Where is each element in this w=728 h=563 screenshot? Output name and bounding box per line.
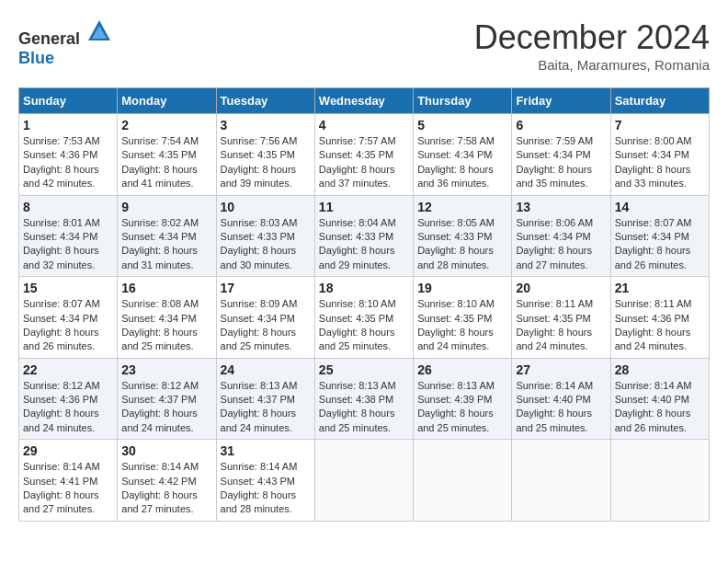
- day-number: 24: [221, 362, 311, 377]
- calendar-cell: [314, 440, 413, 522]
- calendar-cell: 12 Sunrise: 8:05 AMSunset: 4:33 PMDaylig…: [414, 195, 512, 277]
- calendar-table: SundayMondayTuesdayWednesdayThursdayFrid…: [18, 87, 710, 522]
- calendar-cell: 22 Sunrise: 8:12 AMSunset: 4:36 PMDaylig…: [19, 358, 118, 440]
- calendar-cell: 14 Sunrise: 8:07 AMSunset: 4:34 PMDaylig…: [610, 195, 709, 277]
- col-header-wednesday: Wednesday: [314, 88, 413, 114]
- calendar-cell: 30 Sunrise: 8:14 AMSunset: 4:42 PMDaylig…: [118, 440, 216, 522]
- month-title: December 2024: [474, 18, 710, 57]
- cell-content: Sunrise: 8:11 AMSunset: 4:35 PMDaylight:…: [516, 298, 593, 351]
- cell-content: Sunrise: 8:04 AMSunset: 4:33 PMDaylight:…: [319, 217, 396, 270]
- cell-content: Sunrise: 8:14 AMSunset: 4:43 PMDaylight:…: [221, 461, 298, 514]
- calendar-cell: 2 Sunrise: 7:54 AMSunset: 4:35 PMDayligh…: [118, 114, 216, 196]
- day-number: 1: [23, 118, 113, 132]
- location-title: Baita, Maramures, Romania: [474, 57, 710, 73]
- calendar-cell: 7 Sunrise: 8:00 AMSunset: 4:34 PMDayligh…: [610, 114, 709, 196]
- calendar-cell: 29 Sunrise: 8:14 AMSunset: 4:41 PMDaylig…: [19, 440, 118, 522]
- cell-content: Sunrise: 7:59 AMSunset: 4:34 PMDaylight:…: [516, 135, 593, 189]
- day-number: 13: [516, 200, 606, 214]
- calendar-cell: 21 Sunrise: 8:11 AMSunset: 4:36 PMDaylig…: [610, 277, 709, 359]
- cell-content: Sunrise: 7:54 AMSunset: 4:35 PMDaylight:…: [121, 135, 199, 189]
- cell-content: Sunrise: 8:07 AMSunset: 4:34 PMDaylight:…: [23, 298, 100, 351]
- logo-blue: Blue: [18, 49, 54, 67]
- cell-content: Sunrise: 8:10 AMSunset: 4:35 PMDaylight:…: [417, 298, 495, 351]
- cell-content: Sunrise: 8:01 AMSunset: 4:34 PMDaylight:…: [23, 217, 100, 270]
- day-number: 23: [121, 362, 211, 377]
- calendar-cell: 18 Sunrise: 8:10 AMSunset: 4:35 PMDaylig…: [314, 277, 413, 359]
- day-number: 28: [615, 362, 705, 377]
- calendar-cell: 20 Sunrise: 8:11 AMSunset: 4:35 PMDaylig…: [512, 277, 610, 359]
- cell-content: Sunrise: 7:57 AMSunset: 4:35 PMDaylight:…: [319, 135, 396, 189]
- day-number: 19: [417, 281, 507, 295]
- calendar-cell: 1 Sunrise: 7:53 AMSunset: 4:36 PMDayligh…: [19, 114, 118, 196]
- calendar-cell: 19 Sunrise: 8:10 AMSunset: 4:35 PMDaylig…: [414, 277, 512, 359]
- cell-content: Sunrise: 8:05 AMSunset: 4:33 PMDaylight:…: [417, 217, 495, 270]
- day-number: 18: [319, 281, 409, 295]
- calendar-cell: 24 Sunrise: 8:13 AMSunset: 4:37 PMDaylig…: [216, 358, 314, 440]
- day-number: 16: [121, 281, 211, 295]
- week-row-3: 15 Sunrise: 8:07 AMSunset: 4:34 PMDaylig…: [19, 277, 710, 359]
- day-number: 25: [319, 362, 409, 377]
- day-number: 30: [121, 443, 211, 458]
- calendar-header: SundayMondayTuesdayWednesdayThursdayFrid…: [19, 88, 710, 114]
- day-number: 11: [319, 200, 409, 214]
- cell-content: Sunrise: 8:12 AMSunset: 4:36 PMDaylight:…: [23, 380, 100, 433]
- logo-general: General: [18, 29, 80, 48]
- week-row-4: 22 Sunrise: 8:12 AMSunset: 4:36 PMDaylig…: [19, 358, 710, 440]
- calendar-cell: 26 Sunrise: 8:13 AMSunset: 4:39 PMDaylig…: [414, 358, 512, 440]
- logo-text: General Blue: [18, 18, 112, 68]
- week-row-2: 8 Sunrise: 8:01 AMSunset: 4:34 PMDayligh…: [19, 195, 710, 277]
- cell-content: Sunrise: 8:14 AMSunset: 4:40 PMDaylight:…: [615, 380, 692, 433]
- calendar-cell: 27 Sunrise: 8:14 AMSunset: 4:40 PMDaylig…: [512, 358, 610, 440]
- day-number: 3: [221, 118, 311, 132]
- cell-content: Sunrise: 7:58 AMSunset: 4:34 PMDaylight:…: [417, 135, 495, 189]
- day-number: 7: [615, 118, 705, 132]
- day-number: 10: [221, 200, 311, 214]
- day-number: 14: [615, 200, 705, 214]
- calendar-cell: [512, 440, 610, 522]
- col-header-friday: Friday: [512, 88, 610, 114]
- calendar-cell: 10 Sunrise: 8:03 AMSunset: 4:33 PMDaylig…: [216, 195, 314, 277]
- day-number: 4: [319, 118, 409, 132]
- logo: General Blue: [18, 18, 112, 68]
- day-number: 17: [221, 281, 311, 295]
- logo-icon: [86, 18, 112, 44]
- calendar-cell: 23 Sunrise: 8:12 AMSunset: 4:37 PMDaylig…: [118, 358, 216, 440]
- calendar-cell: 15 Sunrise: 8:07 AMSunset: 4:34 PMDaylig…: [19, 277, 118, 359]
- day-number: 15: [23, 281, 113, 295]
- calendar-cell: 16 Sunrise: 8:08 AMSunset: 4:34 PMDaylig…: [118, 277, 216, 359]
- calendar-cell: 13 Sunrise: 8:06 AMSunset: 4:34 PMDaylig…: [512, 195, 610, 277]
- day-number: 22: [23, 362, 113, 377]
- calendar-cell: 28 Sunrise: 8:14 AMSunset: 4:40 PMDaylig…: [610, 358, 709, 440]
- calendar-cell: [610, 440, 709, 522]
- calendar-cell: 5 Sunrise: 7:58 AMSunset: 4:34 PMDayligh…: [414, 114, 512, 196]
- calendar-cell: 3 Sunrise: 7:56 AMSunset: 4:35 PMDayligh…: [216, 114, 314, 196]
- day-number: 2: [121, 118, 211, 132]
- day-number: 26: [417, 362, 507, 377]
- day-number: 8: [23, 200, 113, 214]
- calendar-cell: 4 Sunrise: 7:57 AMSunset: 4:35 PMDayligh…: [314, 114, 413, 196]
- col-header-sunday: Sunday: [19, 88, 118, 114]
- week-row-5: 29 Sunrise: 8:14 AMSunset: 4:41 PMDaylig…: [19, 440, 710, 522]
- day-number: 20: [516, 281, 606, 295]
- calendar-cell: 25 Sunrise: 8:13 AMSunset: 4:38 PMDaylig…: [314, 358, 413, 440]
- cell-content: Sunrise: 8:02 AMSunset: 4:34 PMDaylight:…: [121, 217, 199, 270]
- cell-content: Sunrise: 8:07 AMSunset: 4:34 PMDaylight:…: [615, 217, 692, 270]
- header-row: SundayMondayTuesdayWednesdayThursdayFrid…: [19, 88, 710, 114]
- day-number: 5: [417, 118, 507, 132]
- cell-content: Sunrise: 8:03 AMSunset: 4:33 PMDaylight:…: [221, 217, 298, 270]
- calendar-cell: 17 Sunrise: 8:09 AMSunset: 4:34 PMDaylig…: [216, 277, 314, 359]
- calendar-cell: 8 Sunrise: 8:01 AMSunset: 4:34 PMDayligh…: [19, 195, 118, 277]
- calendar-cell: 31 Sunrise: 8:14 AMSunset: 4:43 PMDaylig…: [216, 440, 314, 522]
- col-header-saturday: Saturday: [610, 88, 709, 114]
- calendar-cell: 9 Sunrise: 8:02 AMSunset: 4:34 PMDayligh…: [118, 195, 216, 277]
- page-header: General Blue December 2024 Baita, Maramu…: [18, 18, 710, 73]
- day-number: 12: [417, 200, 507, 214]
- calendar-cell: [414, 440, 512, 522]
- cell-content: Sunrise: 8:14 AMSunset: 4:40 PMDaylight:…: [516, 380, 593, 433]
- cell-content: Sunrise: 8:13 AMSunset: 4:38 PMDaylight:…: [319, 380, 396, 433]
- day-number: 27: [516, 362, 606, 377]
- cell-content: Sunrise: 8:13 AMSunset: 4:39 PMDaylight:…: [417, 380, 495, 433]
- col-header-thursday: Thursday: [414, 88, 512, 114]
- cell-content: Sunrise: 8:09 AMSunset: 4:34 PMDaylight:…: [221, 298, 298, 351]
- cell-content: Sunrise: 8:14 AMSunset: 4:41 PMDaylight:…: [23, 461, 100, 514]
